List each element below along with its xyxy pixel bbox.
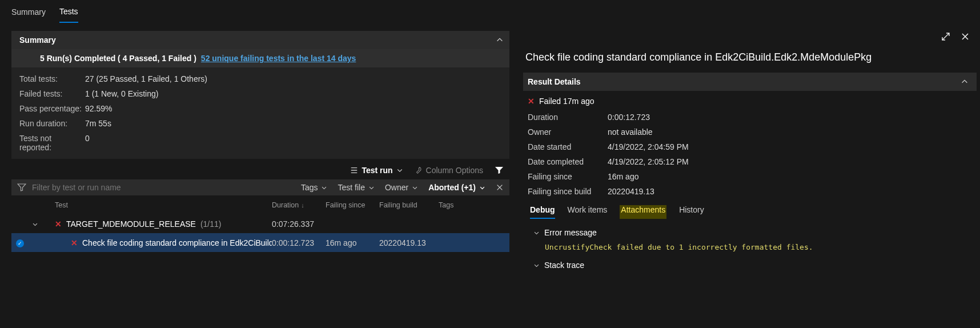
filter-owner[interactable]: Owner [385, 183, 418, 192]
test-failing-build: 20220419.13 [379, 238, 439, 247]
tab-history[interactable]: History [679, 205, 704, 219]
wrench-icon [415, 166, 423, 174]
detail-title: Check file coding standard compliance in… [523, 51, 977, 73]
result-details-header[interactable]: Result Details [523, 73, 977, 91]
table-row[interactable]: ✓ ✕ Check file coding standard complianc… [11, 233, 509, 252]
test-failing-since: 16m ago [326, 238, 379, 247]
not-reported-value: 0 [85, 134, 501, 152]
filter-icon[interactable] [495, 166, 504, 175]
list-icon [350, 166, 358, 174]
detail-toolbar [523, 31, 977, 51]
group-name: ✕ TARGET_MDEMODULE_RELEASE (1/11) [55, 219, 272, 229]
fail-icon: ✕ [528, 97, 535, 106]
total-tests-label: Total tests: [19, 74, 85, 83]
table-header: Test Duration↓ Failing since Failing bui… [11, 195, 509, 215]
column-options-label: Column Options [426, 166, 483, 175]
failing-since-label: Failing since [528, 172, 608, 181]
run-duration-label: Run duration: [19, 119, 85, 128]
fail-icon: ✕ [55, 219, 62, 229]
filter-owner-label: Owner [385, 183, 408, 192]
failing-tests-link[interactable]: 52 unique failing tests in the last 14 d… [201, 54, 356, 63]
detail-tabs: Debug Work items Attachments History [528, 196, 972, 219]
stack-trace-label: Stack trace [544, 261, 584, 270]
error-message-text: UncrustifyCheck failed due to 1 incorrec… [545, 243, 972, 251]
filter-tags-label: Tags [301, 183, 318, 192]
column-options-button[interactable]: Column Options [415, 166, 483, 175]
test-duration: 0:00:12.723 [272, 238, 326, 247]
summary-stats: Total tests: 27 (25 Passed, 1 Failed, 1 … [11, 67, 509, 159]
date-completed-value: 4/19/2022, 2:05:12 PM [608, 157, 972, 166]
chevron-up-icon[interactable] [496, 36, 501, 44]
tab-summary[interactable]: Summary [11, 7, 46, 22]
expand-icon[interactable] [941, 32, 950, 41]
left-pane: Summary 5 Run(s) Completed ( 4 Passed, 1… [11, 31, 509, 328]
tab-attachments[interactable]: Attachments [620, 205, 666, 219]
group-duration: 0:07:26.337 [272, 219, 326, 229]
run-summary-text: 5 Run(s) Completed ( 4 Passed, 1 Failed … [40, 54, 196, 63]
col-test[interactable]: Test [55, 201, 272, 209]
col-failing-since[interactable]: Failing since [326, 201, 379, 209]
error-message-header[interactable]: Error message [528, 219, 972, 237]
chevron-down-icon [533, 230, 540, 236]
not-reported-label: Tests not reported: [19, 134, 85, 152]
error-message-label: Error message [544, 228, 597, 237]
summary-panel-header[interactable]: Summary [11, 31, 509, 49]
filter-aborted[interactable]: Aborted (+1) [428, 183, 485, 192]
filter-input-wrap [17, 183, 291, 192]
failing-since-value: 16m ago [608, 172, 972, 181]
failing-build-label: Failing since build [528, 187, 608, 196]
main-area: Summary 5 Run(s) Completed ( 4 Passed, 1… [0, 25, 980, 328]
date-completed-label: Date completed [528, 157, 608, 166]
summary-title: Summary [19, 35, 56, 45]
sort-down-icon: ↓ [301, 202, 304, 209]
test-name: ✕ Check file coding standard compliance … [55, 238, 272, 247]
failed-tests-label: Failed tests: [19, 89, 85, 98]
filter-tags[interactable]: Tags [301, 183, 328, 192]
summary-panel: Summary 5 Run(s) Completed ( 4 Passed, 1… [11, 31, 509, 159]
detail-fields: Duration 0:00:12.723 Owner not available… [528, 113, 972, 196]
stack-trace-header[interactable]: Stack trace [528, 251, 972, 270]
tab-work-items[interactable]: Work items [568, 205, 608, 219]
tab-tests[interactable]: Tests [59, 7, 78, 23]
col-tags[interactable]: Tags [439, 201, 484, 209]
duration-value: 0:00:12.723 [608, 113, 972, 122]
status-line: ✕ Failed 17m ago [528, 97, 972, 106]
selected-indicator: ✓ [16, 238, 32, 247]
owner-label: Owner [528, 127, 608, 137]
col-failing-build[interactable]: Failing build [379, 201, 439, 209]
run-summary-bar: 5 Run(s) Completed ( 4 Passed, 1 Failed … [11, 49, 509, 67]
fail-icon: ✕ [71, 238, 78, 247]
pass-pct-value: 92.59% [85, 104, 501, 113]
test-run-dropdown[interactable]: Test run [350, 166, 403, 175]
failed-tests-value: 1 (1 New, 0 Existing) [85, 89, 501, 98]
date-started-value: 4/19/2022, 2:04:59 PM [608, 142, 972, 151]
result-details-label: Result Details [528, 77, 581, 86]
duration-label: Duration [528, 113, 608, 122]
close-icon[interactable] [961, 32, 970, 41]
status-text: Failed 17m ago [539, 97, 595, 106]
filter-aborted-label: Aborted (+1) [428, 183, 476, 192]
test-run-label: Test run [362, 166, 392, 175]
result-details-body: ✕ Failed 17m ago Duration 0:00:12.723 Ow… [523, 91, 977, 275]
chevron-down-icon[interactable] [32, 221, 38, 227]
failing-build-value: 20220419.13 [608, 187, 972, 196]
check-circle-icon: ✓ [16, 239, 24, 247]
chevron-down-icon [533, 262, 540, 269]
col-duration[interactable]: Duration↓ [272, 201, 326, 209]
tab-debug[interactable]: Debug [530, 205, 555, 219]
filter-outline-icon [17, 183, 26, 192]
filter-row: Tags Test file Owner Aborted (+1) [11, 179, 509, 195]
owner-value: not available [608, 127, 972, 137]
chevron-up-icon[interactable] [961, 78, 969, 86]
pass-pct-label: Pass percentage: [19, 104, 85, 113]
filter-test-file[interactable]: Test file [338, 183, 374, 192]
date-started-label: Date started [528, 142, 608, 151]
run-duration-value: 7m 55s [85, 119, 501, 128]
top-tabs: Summary Tests [0, 0, 980, 25]
chevron-down-icon [396, 167, 403, 174]
filter-test-file-label: Test file [338, 183, 364, 192]
right-pane: Check file coding standard compliance in… [523, 31, 977, 328]
table-row[interactable]: ✕ TARGET_MDEMODULE_RELEASE (1/11) 0:07:2… [11, 215, 509, 233]
clear-filter-icon[interactable] [496, 183, 504, 191]
filter-input[interactable] [32, 183, 291, 192]
